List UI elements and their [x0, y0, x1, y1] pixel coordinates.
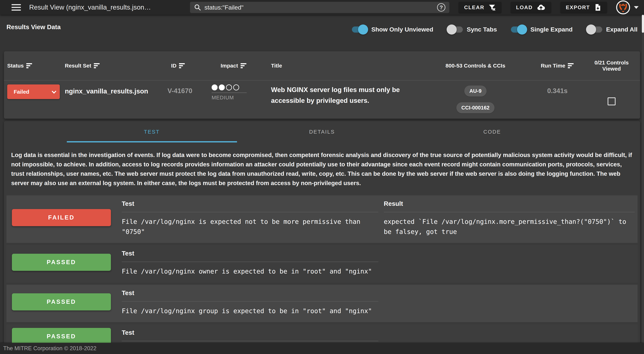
toggle-track [587, 26, 602, 32]
tab-test[interactable]: TEST [67, 121, 237, 142]
toggle-knob [517, 24, 527, 34]
result-text: expected `File /var/log/nginx.more_permi… [384, 216, 635, 237]
result-set-name: nginx_vanilla_results.json [65, 84, 156, 113]
cloud-upload-icon [536, 3, 546, 12]
clear-button[interactable]: CLEAR [459, 2, 501, 13]
help-icon[interactable]: ? [437, 3, 445, 12]
export-button-label: EXPORT [566, 4, 590, 10]
toggle-track [447, 26, 463, 32]
result-column-header: Result [384, 200, 635, 207]
toggle-label: Show Only Unviewed [371, 26, 433, 33]
impact-level-label: MEDIUM [212, 95, 247, 101]
toggle-label: Single Expand [530, 26, 572, 33]
control-chip[interactable]: CCI-000162 [456, 102, 494, 113]
toggle-label: Expand All [606, 26, 638, 33]
impact-indicator: MEDIUM [205, 84, 247, 101]
toggle-group: Show Only Unviewed Sync Tabs Single Expa… [352, 26, 638, 33]
toggle-knob [446, 24, 457, 34]
test-result-row: PASSED Test File /var/log/nginx owner is… [6, 245, 638, 282]
status-filter-select[interactable]: Failed [7, 84, 60, 99]
test-result-row: PASSED Test File /var/log/nginx group is… [6, 285, 638, 322]
test-text: File /var/log/nginx group is expected to… [122, 306, 378, 316]
column-header-title: Title [265, 63, 422, 69]
status-value: Failed [14, 89, 29, 95]
toggle-knob [586, 24, 596, 34]
sort-icon [26, 63, 32, 68]
filter-remove-icon [488, 4, 496, 11]
control-detail-panel: TESTDETAILSCODE Log data is essential in… [4, 121, 640, 354]
test-results-list: FAILED Test File /var/log/nginx is expec… [6, 195, 638, 352]
app-title: Result View (nginx_vanilla_results.json… [29, 4, 151, 11]
sort-icon [568, 63, 574, 68]
controls-cci-chips: AU-9CCI-000162 [422, 84, 530, 113]
control-id: V-41670 [156, 84, 205, 113]
toggle-track [511, 26, 526, 32]
sort-icon [179, 63, 185, 68]
test-column-header: Test [122, 329, 378, 336]
impact-dot [219, 84, 225, 90]
test-result-row: FAILED Test File /var/log/nginx is expec… [6, 195, 638, 243]
scrollbar-track [642, 15, 644, 343]
control-chip[interactable]: AU-9 [464, 86, 486, 96]
column-header-viewed: 0/21 Controls Viewed [585, 60, 638, 72]
test-text: File /var/log/nginx owner is expected to… [122, 266, 378, 276]
account-menu[interactable] [616, 0, 638, 15]
column-header-status[interactable]: Status [7, 63, 65, 69]
divider [122, 301, 378, 302]
divider [122, 262, 378, 262]
search-input[interactable] [204, 4, 437, 11]
run-time-value: 0.341s [530, 84, 585, 113]
sort-icon [94, 63, 100, 68]
copyright-text: The MITRE Corporation © 2018-2022 [3, 345, 96, 352]
toggle-expand-all[interactable]: Expand All [587, 26, 638, 33]
search-icon [194, 4, 201, 11]
divider [384, 212, 635, 212]
hamburger-menu-button[interactable] [12, 4, 21, 10]
load-button[interactable]: LOAD [511, 2, 551, 13]
dropdown-caret-icon[interactable] [634, 6, 638, 9]
results-table-header: Status Result Set ID Impact Title 800-53… [4, 51, 640, 80]
app-bar: Result View (nginx_vanilla_results.json…… [0, 0, 644, 15]
tab-code[interactable]: CODE [407, 121, 577, 142]
clear-button-label: CLEAR [464, 4, 484, 10]
page-title: Results View Data [6, 24, 61, 30]
sort-icon [240, 63, 247, 68]
test-status-badge: PASSED [12, 328, 111, 345]
control-title: Web NGINX server log files must only be … [265, 84, 422, 113]
export-button[interactable]: EXPORT [560, 2, 607, 13]
impact-dot [233, 84, 239, 90]
column-header-controls: 800-53 Controls & CCIs [422, 63, 530, 69]
result-row: Failed nginx_vanilla_results.json V-4167… [4, 80, 640, 119]
tab-details[interactable]: DETAILS [237, 121, 407, 142]
column-header-impact[interactable]: Impact [205, 63, 265, 69]
toggle-knob [358, 24, 368, 34]
toggle-track [352, 26, 368, 32]
test-column-header: Test [122, 289, 378, 296]
column-header-result-set[interactable]: Result Set [65, 63, 156, 69]
footer: The MITRE Corporation © 2018-2022 [0, 343, 644, 354]
test-column-header: Test [122, 200, 378, 207]
column-header-id[interactable]: ID [156, 63, 205, 69]
load-button-label: LOAD [516, 4, 533, 10]
scrollbar-thumb[interactable] [642, 15, 644, 33]
viewed-checkbox[interactable] [608, 98, 616, 105]
impact-dots [212, 84, 247, 93]
detail-tabs: TESTDETAILSCODE [67, 121, 577, 142]
divider [122, 212, 378, 212]
toggle-single-expand[interactable]: Single Expand [511, 26, 572, 33]
test-status-badge: FAILED [12, 209, 111, 226]
toggle-show-only-unviewed[interactable]: Show Only Unviewed [352, 26, 433, 33]
test-status-badge: PASSED [12, 293, 111, 310]
test-column-header: Test [122, 250, 378, 257]
toggle-label: Sync Tabs [467, 26, 497, 33]
toggle-sync-tabs[interactable]: Sync Tabs [447, 26, 497, 33]
impact-dot [226, 84, 232, 90]
divider [122, 341, 378, 341]
search-box[interactable]: ? [190, 2, 449, 13]
test-text: File /var/log/nginx is expected not to b… [122, 216, 378, 237]
control-description: Log data is essential in the investigati… [4, 142, 640, 188]
test-status-badge: PASSED [12, 254, 111, 271]
heimdall-logo [616, 0, 631, 15]
file-export-icon [594, 3, 602, 12]
column-header-run-time[interactable]: Run Time [530, 63, 585, 69]
